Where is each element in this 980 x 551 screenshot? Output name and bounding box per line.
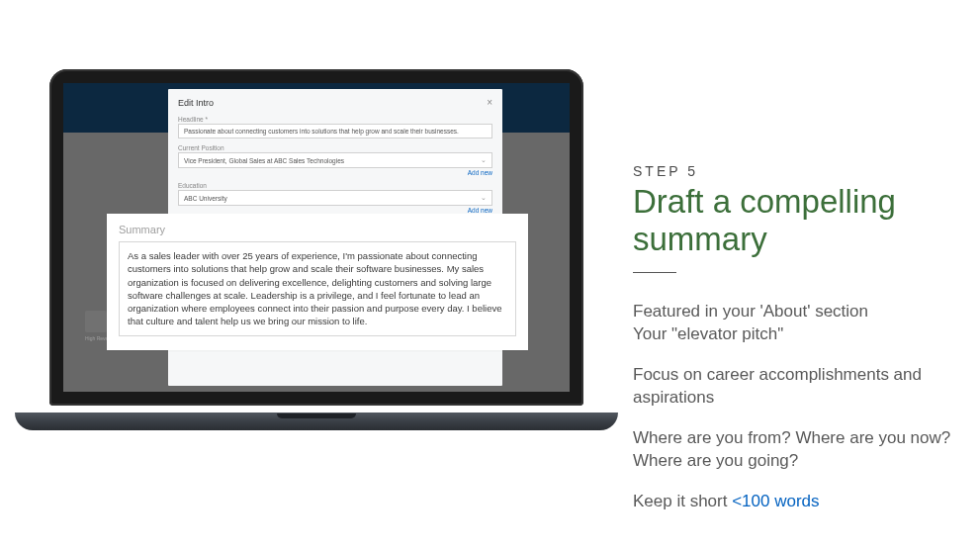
slide-headline: Draft a compelling summary <box>633 183 960 258</box>
chevron-down-icon: ⌄ <box>481 194 487 202</box>
bullet-accomplishments: Focus on career accomplishments and aspi… <box>633 364 960 410</box>
headline-field-group: Headline * Passionate about connecting c… <box>178 116 492 138</box>
bullet-about-pitch: Featured in your 'About' section Your "e… <box>633 301 960 346</box>
divider <box>633 272 676 274</box>
close-icon[interactable]: × <box>487 97 492 108</box>
summary-card-title: Summary <box>119 224 516 235</box>
headline-input[interactable]: Passionate about connecting customers in… <box>178 124 492 138</box>
current-position-select[interactable]: Vice President, Global Sales at ABC Sale… <box>178 152 492 168</box>
current-position-value: Vice President, Global Sales at ABC Sale… <box>184 157 344 164</box>
current-position-label: Current Position <box>178 144 492 151</box>
bullet-line: Featured in your 'About' section <box>633 302 868 321</box>
summary-card: Summary As a sales leader with over 25 y… <box>107 214 528 350</box>
education-label: Education <box>178 182 492 189</box>
word-limit-link: <100 words <box>732 492 819 510</box>
step-label: STEP 5 <box>633 163 960 179</box>
slide-container: Edit Intro × Headline * Passionate about… <box>0 0 980 551</box>
add-new-education-link[interactable]: Add new <box>178 207 492 214</box>
bullet-line: Your "elevator pitch" <box>633 324 783 343</box>
bullet-where: Where are you from? Where are you now? W… <box>633 427 960 473</box>
education-value: ABC University <box>184 195 227 202</box>
laptop-base <box>15 413 618 430</box>
laptop-notch <box>277 413 356 418</box>
modal-header: Edit Intro × <box>178 97 492 108</box>
education-select[interactable]: ABC University ⌄ <box>178 190 492 206</box>
summary-card-text[interactable]: As a sales leader with over 25 years of … <box>119 241 516 336</box>
current-position-group: Current Position Vice President, Global … <box>178 144 492 176</box>
visual-panel: Edit Intro × Headline * Passionate about… <box>0 0 633 551</box>
modal-title: Edit Intro <box>178 98 214 108</box>
education-group: Education ABC University ⌄ Add new <box>178 182 492 214</box>
chevron-down-icon: ⌄ <box>481 156 487 164</box>
text-panel: STEP 5 Draft a compelling summary Featur… <box>633 0 980 551</box>
avatar <box>85 311 107 332</box>
headline-value: Passionate about connecting customers in… <box>184 128 459 135</box>
bullet-short-pre: Keep it short <box>633 492 732 510</box>
add-new-position-link[interactable]: Add new <box>178 169 492 176</box>
bullet-short: Keep it short <100 words <box>633 491 960 513</box>
headline-label: Headline * <box>178 116 492 123</box>
